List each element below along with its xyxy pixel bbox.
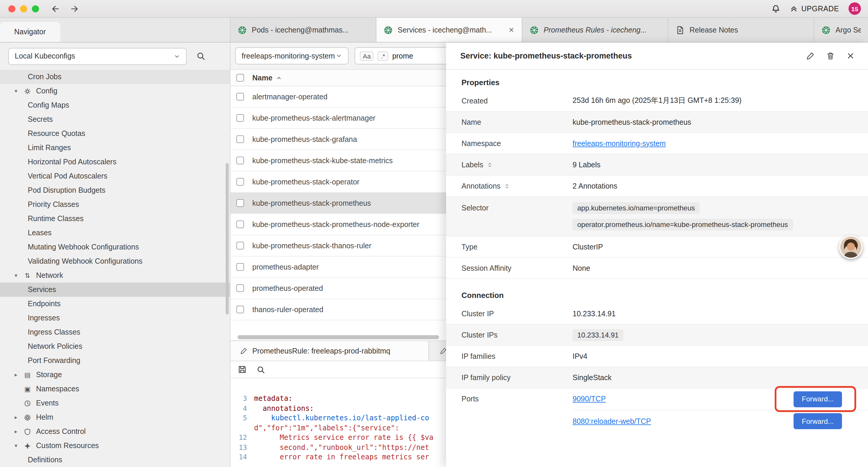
editor-tab-partial[interactable] bbox=[429, 341, 446, 360]
tab-services-icecheng-math[interactable]: Services - icecheng@math... bbox=[376, 18, 522, 42]
tab-prometheus-rules-icecheng[interactable]: Prometheus Rules - icecheng... bbox=[522, 18, 668, 42]
row-checkbox[interactable] bbox=[236, 178, 244, 185]
row-checkbox[interactable] bbox=[236, 263, 244, 271]
labels-label[interactable]: Labels bbox=[462, 160, 572, 169]
tab-pods-icecheng-mathmas[interactable]: Pods - icecheng@mathmas... bbox=[230, 18, 376, 42]
notification-count-badge[interactable]: 15 bbox=[848, 2, 861, 15]
sidebar-item-events[interactable]: Events bbox=[0, 396, 230, 410]
sidebar-item-priority-classes[interactable]: Priority Classes bbox=[0, 198, 230, 212]
sidebar-item-services[interactable]: Services bbox=[0, 283, 230, 297]
sidebar-item-mutating-webhook-configurations[interactable]: Mutating Webhook Configurations bbox=[0, 240, 230, 254]
scrollbar-thumb[interactable] bbox=[238, 335, 439, 339]
namespace-link[interactable]: freeleaps-monitoring-system bbox=[572, 139, 665, 147]
table-row-prometheus-operated[interactable]: prometheus-operated bbox=[230, 278, 446, 299]
sidebar-item-access-control[interactable]: ▸ Access Control bbox=[0, 425, 230, 439]
sidebar-item-config-maps[interactable]: Config Maps bbox=[0, 98, 230, 112]
port-forward-button[interactable]: Forward... bbox=[794, 391, 842, 407]
expand-arrow-icon[interactable]: ▾ bbox=[13, 88, 19, 94]
editor-search-button[interactable] bbox=[256, 365, 265, 374]
kubeconfig-selector[interactable]: Local Kubeconfigs bbox=[8, 48, 187, 65]
notifications-button[interactable] bbox=[771, 4, 780, 13]
table-row-kube-prometheus-stack-thanos-ruler[interactable]: kube-prometheus-stack-thanos-ruler bbox=[230, 235, 446, 257]
close-window-button[interactable] bbox=[8, 5, 16, 12]
namespace-filter-select[interactable]: freeleaps-monitoring-system bbox=[235, 47, 349, 64]
table-row-alertmanager-operated[interactable]: alertmanager-operated bbox=[230, 86, 446, 108]
row-checkbox[interactable] bbox=[236, 199, 244, 207]
row-checkbox[interactable] bbox=[236, 284, 244, 292]
editor-tab-prometheusrule[interactable]: PrometheusRule: freeleaps-prod-rabbitmq bbox=[230, 341, 429, 360]
row-checkbox[interactable] bbox=[236, 242, 244, 250]
sidebar-item-network[interactable]: ▾ ⇅ Network bbox=[0, 268, 230, 283]
back-button[interactable] bbox=[51, 4, 60, 13]
search-input[interactable]: Aa .* prome bbox=[354, 47, 446, 64]
forward-button[interactable] bbox=[70, 4, 79, 13]
close-drawer-button[interactable] bbox=[846, 52, 855, 60]
sidebar-item-namespaces[interactable]: ▣ Namespaces bbox=[0, 382, 230, 396]
sidebar-item-definitions[interactable]: Definitions bbox=[0, 453, 230, 467]
regex-toggle[interactable]: .* bbox=[378, 51, 388, 61]
horizontal-scrollbar[interactable] bbox=[230, 333, 446, 341]
sidebar-scrollbar[interactable] bbox=[226, 163, 229, 315]
tab-release-notes[interactable]: Release Notes bbox=[668, 18, 814, 42]
table-row-kube-prometheus-stack-operator[interactable]: kube-prometheus-stack-operator bbox=[230, 171, 446, 193]
sidebar-item-ingress-classes[interactable]: Ingress Classes bbox=[0, 325, 230, 339]
port-link[interactable]: 9090/TCP bbox=[572, 395, 606, 403]
user-avatar[interactable] bbox=[839, 235, 863, 259]
expand-arrow-icon[interactable]: ▾ bbox=[13, 272, 19, 279]
sidebar-item-limit-ranges[interactable]: Limit Ranges bbox=[0, 141, 230, 155]
tab-navigator[interactable]: Navigator bbox=[0, 22, 60, 42]
table-row-kube-prometheus-stack-prometheus-node-ex[interactable]: kube-prometheus-stack-prometheus-node-ex… bbox=[230, 214, 446, 235]
row-checkbox[interactable] bbox=[236, 157, 244, 164]
zoom-window-button[interactable] bbox=[32, 5, 39, 12]
row-checkbox[interactable] bbox=[236, 114, 244, 122]
sidebar-item-custom-resources[interactable]: ▾ Custom Resources bbox=[0, 439, 230, 453]
sidebar-item-port-forwarding[interactable]: Port Forwarding bbox=[0, 353, 230, 368]
sidebar-item-ingresses[interactable]: Ingresses bbox=[0, 311, 230, 325]
yaml-editor[interactable]: 3 metadata: 4 annotations: 5 kubectl.kub… bbox=[230, 378, 446, 467]
sidebar-item-storage[interactable]: ▸ ▤ Storage bbox=[0, 368, 230, 382]
property-row-name: Name kube-prometheus-stack-prometheus bbox=[446, 112, 868, 133]
expand-arrow-icon[interactable]: ▸ bbox=[13, 414, 19, 420]
sidebar-item-helm[interactable]: ▸ Helm bbox=[0, 410, 230, 425]
table-row-kube-prometheus-stack-prometheus[interactable]: kube-prometheus-stack-prometheus bbox=[230, 193, 446, 214]
annotations-label[interactable]: Annotations bbox=[462, 182, 572, 190]
sidebar-item-secrets[interactable]: Secrets bbox=[0, 112, 230, 126]
close-tab-icon[interactable] bbox=[508, 27, 515, 33]
sidebar-item-leases[interactable]: Leases bbox=[0, 226, 230, 240]
sidebar-item-config[interactable]: ▾ Config bbox=[0, 84, 230, 98]
delete-button[interactable] bbox=[826, 52, 835, 60]
expand-arrow-icon[interactable]: ▸ bbox=[13, 372, 19, 378]
edit-button[interactable] bbox=[806, 52, 815, 60]
table-row-kube-prometheus-stack-kube-state-metrics[interactable]: kube-prometheus-stack-kube-state-metrics bbox=[230, 150, 446, 171]
save-button[interactable] bbox=[238, 365, 247, 374]
table-row-kube-prometheus-stack-alertmanager[interactable]: kube-prometheus-stack-alertmanager bbox=[230, 108, 446, 129]
sidebar-item-vertical-pod-autoscalers[interactable]: Vertical Pod Autoscalers bbox=[0, 169, 230, 183]
sidebar-item-pod-disruption-budgets[interactable]: Pod Disruption Budgets bbox=[0, 183, 230, 198]
port-link[interactable]: 8080:reloader-web/TCP bbox=[572, 417, 651, 425]
sidebar-item-resource-quotas[interactable]: Resource Quotas bbox=[0, 126, 230, 141]
sidebar-item-validating-webhook-configurations[interactable]: Validating Webhook Configurations bbox=[0, 254, 230, 268]
expand-arrow-icon[interactable]: ▾ bbox=[13, 443, 19, 449]
sidebar-item-endpoints[interactable]: Endpoints bbox=[0, 297, 230, 311]
expand-arrow-icon[interactable]: ▸ bbox=[13, 429, 19, 435]
row-checkbox[interactable] bbox=[236, 305, 244, 313]
row-checkbox[interactable] bbox=[236, 93, 244, 100]
row-checkbox[interactable] bbox=[236, 221, 244, 228]
sidebar-search-button[interactable] bbox=[196, 52, 206, 61]
tab-argo-se[interactable]: Argo Se bbox=[814, 18, 868, 42]
table-row-thanos-ruler-operated[interactable]: thanos-ruler-operated bbox=[230, 299, 446, 320]
row-checkbox[interactable] bbox=[236, 135, 244, 143]
sidebar-item-horizontal-pod-autoscalers[interactable]: Horizontal Pod Autoscalers bbox=[0, 155, 230, 169]
match-case-toggle[interactable]: Aa bbox=[360, 51, 374, 61]
upgrade-button[interactable]: UPGRADE bbox=[790, 4, 839, 13]
select-all-checkbox[interactable] bbox=[236, 74, 244, 82]
port-forward-button[interactable]: Forward... bbox=[794, 413, 842, 429]
sidebar-item-runtime-classes[interactable]: Runtime Classes bbox=[0, 212, 230, 226]
minimize-window-button[interactable] bbox=[20, 5, 27, 12]
sidebar-item-network-policies[interactable]: Network Policies bbox=[0, 339, 230, 353]
cluster-ip-badge: 10.233.14.91 bbox=[572, 329, 623, 341]
table-row-kube-prometheus-stack-grafana[interactable]: kube-prometheus-stack-grafana bbox=[230, 129, 446, 150]
column-header-name[interactable]: Name bbox=[252, 74, 282, 82]
sidebar-item-cron-jobs[interactable]: Cron Jobs bbox=[0, 70, 230, 84]
table-row-prometheus-adapter[interactable]: prometheus-adapter bbox=[230, 257, 446, 278]
